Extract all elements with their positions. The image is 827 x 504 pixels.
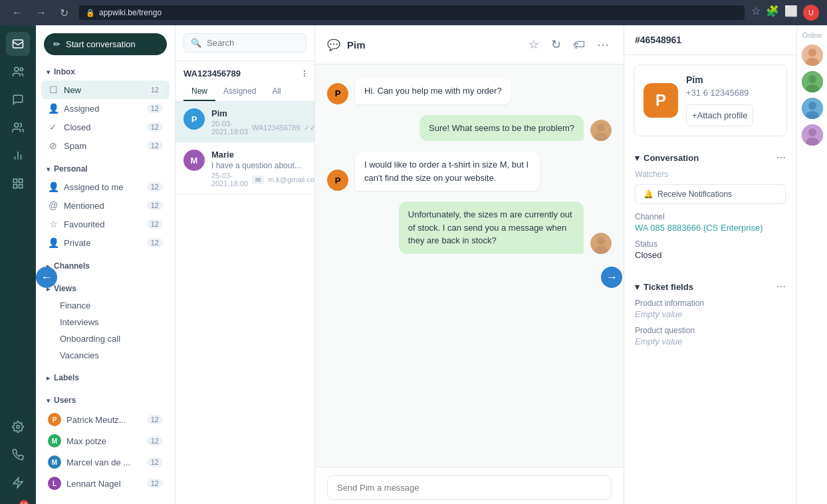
channels-group-header[interactable]: ▸ Channels [41,257,170,275]
svg-point-17 [597,237,605,245]
conversation-section-header[interactable]: ▾ Conversation ⋯ [624,146,796,170]
chat-main: 💬 Pim ☆ ↻ 🏷 ⋯ P Hi. Can you help me with… [315,25,624,504]
forward-button[interactable]: → [32,5,51,21]
message-bubble-3: I would like to order a t-shirt in size … [355,152,540,191]
bell-icon-btn[interactable]: 12 [6,499,30,504]
personal-group-header[interactable]: ▾ Personal [41,160,170,178]
sidebar-item-user4[interactable]: L Lennart Nagel 12 [41,473,170,494]
filter-button[interactable]: ⫶ [302,68,306,78]
sidebar-item-user2[interactable]: M Max potze 12 [41,430,170,451]
online-user-2[interactable] [802,71,823,92]
sidebar-item-onboarding[interactable]: Onboarding call [41,330,170,347]
assigned-icon: 👤 [48,103,59,114]
chat-header: 💬 Pim ☆ ↻ 🏷 ⋯ [315,25,624,64]
search-box[interactable]: 🔍 [183,33,306,53]
chat-icon-btn[interactable] [6,88,30,112]
tab-all[interactable]: All [264,82,289,101]
bookmark-icon[interactable]: ☆ [751,5,761,21]
tag-button[interactable]: 🏷 [570,35,588,55]
sidebar-item-finance[interactable]: Finance [41,297,170,314]
bell-icon-small: 🔔 [644,189,653,199]
contact-avatar-large: P [644,83,678,118]
extensions-icon[interactable]: 🧩 [766,5,779,21]
nav-arrow-left[interactable]: ← [36,267,57,288]
url-bar[interactable]: 🔒 appwiki.be/trengo [79,5,745,20]
sidebar-item-mentioned[interactable]: @ Mentioned 12 [41,196,170,215]
contacts-icon-btn[interactable] [6,116,30,140]
svg-point-2 [20,68,23,71]
sidebar-item-closed[interactable]: ✓ Closed 12 [41,118,170,136]
contact-card: P Pim +31 6 12345689 +Attach profile [634,64,787,136]
sidebar-item-new[interactable]: ☐ New 12 [41,80,170,99]
chevron-down-icon: ▾ [47,68,50,76]
msg-avatar-agent-1 [590,120,612,141]
conversation-list: 🔍 WA123456789 ⫶ New Assigned All P Pim [176,25,315,504]
sidebar-item-favourited[interactable]: ☆ Favourited 12 [41,215,170,233]
message-bubble-4: Unfortunately, the sizes m are currently… [399,201,584,254]
tab-new[interactable]: New [183,82,215,101]
start-conversation-button[interactable]: ✏ Start conversation [44,33,167,55]
new-icon: ☐ [48,84,59,95]
star-button[interactable]: ☆ [526,35,542,55]
reports-icon-btn[interactable] [6,144,30,168]
views-group-header[interactable]: ▸ Views [41,280,170,297]
ticket-fields-more-button[interactable]: ⋯ [776,281,786,292]
channel-label: Channel [635,212,786,221]
nav-arrow-right[interactable]: → [601,267,622,288]
icon-bar: 12 [0,25,36,504]
conversation-item-pim[interactable]: P Pim 20-03-2021,18:03 WA123456789 ✓✓ [176,102,314,143]
labels-group-header[interactable]: ▸ Labels [41,369,170,386]
online-panel: Online [796,25,827,504]
tab-assigned[interactable]: Assigned [215,82,264,101]
star-icon: ☆ [48,219,59,229]
ticket-fields-section-header[interactable]: ▾ Ticket fields ⋯ [624,275,796,299]
receive-notifications-button[interactable]: 🔔 Receive Notifications [635,184,786,204]
svg-point-3 [15,123,19,127]
lightning-icon-btn[interactable] [6,471,30,495]
sidebar-item-user3[interactable]: M Marcel van de ... 12 [41,451,170,473]
sidebar-item-assigned-to-me[interactable]: 👤 Assigned to me 12 [41,178,170,196]
field2-label: Product question [635,326,786,335]
inbox-group-header[interactable]: ▾ Inbox [41,63,170,80]
settings-icon-btn[interactable] [6,415,30,439]
sidebar-item-vacancies[interactable]: Vacancies [41,347,170,364]
online-user-1[interactable] [802,45,823,66]
read-icon: ✓✓ [304,124,314,132]
back-button[interactable]: ← [8,5,27,21]
message-input[interactable] [327,475,612,500]
users-group-header[interactable]: ▾ Users [41,392,170,409]
field1-value: Empty value [635,309,786,319]
apps-icon-btn[interactable] [6,172,30,195]
inbox-icon-btn[interactable] [6,32,30,56]
team-icon-btn[interactable] [6,60,30,84]
online-user-4[interactable] [802,124,823,146]
chevron-right-icon-3: ▸ [47,374,50,382]
svg-point-23 [808,75,816,83]
conversation-item-marie[interactable]: M Marie I have a question about... 25-03… [176,143,314,195]
conversation-more-button[interactable]: ⋯ [776,152,786,163]
search-input[interactable] [207,38,299,48]
phone-icon-btn[interactable] [6,443,30,467]
layout-icon[interactable]: ⬜ [784,5,798,21]
refresh-button[interactable]: ↻ [548,35,564,55]
watchers-label: Watchers [635,170,786,179]
svg-marker-12 [13,478,23,488]
contact-name: Pim [686,74,753,85]
sidebar-item-assigned[interactable]: 👤 Assigned 12 [41,99,170,118]
private-icon: 👤 [48,237,59,248]
sidebar-item-spam[interactable]: ⊘ Spam 12 [41,136,170,155]
chevron-down-icon-2: ▾ [47,166,50,173]
sidebar-item-user1[interactable]: P Patrick Meutz... 12 [41,409,170,430]
message-bubble-1: Hi. Can you help me with my order? [355,78,511,104]
search-icon: 🔍 [191,38,201,48]
sidebar-item-interviews[interactable]: Interviews [41,314,170,330]
chat-input-area: B I U S ≡ ≣ <> 📎 ⊞ 😊 @ ➤ [315,467,624,504]
more-button[interactable]: ⋯ [594,35,612,55]
user-avatar[interactable]: U [803,5,819,21]
online-user-3[interactable] [802,98,823,119]
refresh-button[interactable]: ↻ [56,5,72,21]
attach-profile-button[interactable]: +Attach profile [686,104,753,126]
conv-item-info-pim: Pim 20-03-2021,18:03 WA123456789 ✓✓ [211,108,306,136]
user-icon: 👤 [48,182,59,192]
sidebar-item-private[interactable]: 👤 Private 12 [41,233,170,252]
